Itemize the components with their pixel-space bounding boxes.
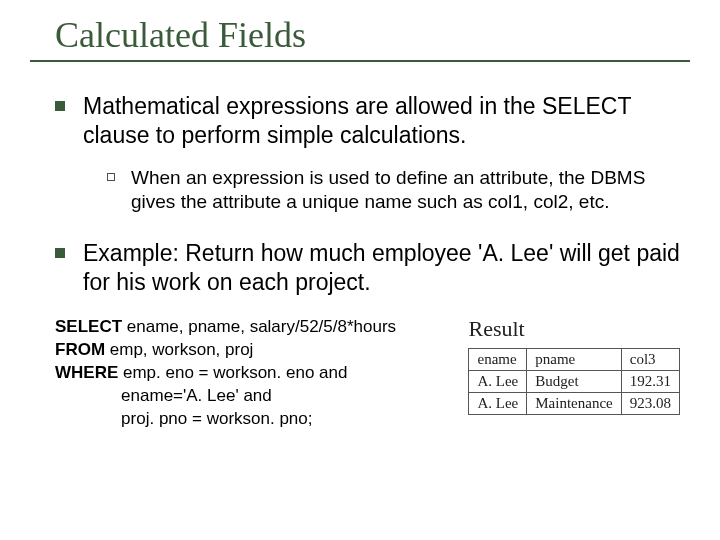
sql-keyword-where: WHERE <box>55 363 118 382</box>
sql-keyword-select: SELECT <box>55 317 122 336</box>
table-cell: Maintenance <box>527 393 621 415</box>
sql-select-args: ename, pname, salary/52/5/8*hours <box>122 317 396 336</box>
table-cell: 192.31 <box>621 371 679 393</box>
slide: Calculated Fields Mathematical expressio… <box>0 0 720 540</box>
square-outline-bullet-icon <box>107 173 115 181</box>
bullet-level2: When an expression is used to define an … <box>107 166 680 215</box>
sql-line-2: FROM emp, workson, proj <box>55 339 438 362</box>
sql-line-5: proj. pno = workson. pno; <box>55 408 438 431</box>
sql-from-args: emp, workson, proj <box>105 340 253 359</box>
sql-line-1: SELECT ename, pname, salary/52/5/8*hours <box>55 316 438 339</box>
bullet1-text: Mathematical expressions are allowed in … <box>83 92 680 150</box>
bullet1-sub-text: When an expression is used to define an … <box>131 166 680 215</box>
square-bullet-icon <box>55 101 65 111</box>
table-header: ename <box>469 349 527 371</box>
table-cell: 923.08 <box>621 393 679 415</box>
sql-line-3: WHERE emp. eno = workson. eno and <box>55 362 438 385</box>
title-underline <box>30 60 690 62</box>
table-cell: Budget <box>527 371 621 393</box>
result-table: ename pname col3 A. Lee Budget 192.31 A.… <box>468 348 680 415</box>
slide-title: Calculated Fields <box>55 14 680 58</box>
bullet2-text: Example: Return how much employee 'A. Le… <box>83 239 680 297</box>
square-bullet-icon <box>55 248 65 258</box>
table-header: col3 <box>621 349 679 371</box>
bullet-level1: Mathematical expressions are allowed in … <box>55 92 680 150</box>
result-label: Result <box>468 316 680 342</box>
bullet-level1: Example: Return how much employee 'A. Le… <box>55 239 680 297</box>
sql-line-4: ename='A. Lee' and <box>55 385 438 408</box>
example-row: SELECT ename, pname, salary/52/5/8*hours… <box>55 316 680 431</box>
table-row: A. Lee Budget 192.31 <box>469 371 680 393</box>
table-header: pname <box>527 349 621 371</box>
table-cell: A. Lee <box>469 371 527 393</box>
table-cell: A. Lee <box>469 393 527 415</box>
sql-keyword-from: FROM <box>55 340 105 359</box>
result-area: Result ename pname col3 A. Lee Budget 19… <box>468 316 680 415</box>
sql-code-block: SELECT ename, pname, salary/52/5/8*hours… <box>55 316 438 431</box>
table-row: A. Lee Maintenance 923.08 <box>469 393 680 415</box>
table-header-row: ename pname col3 <box>469 349 680 371</box>
sql-where-args: emp. eno = workson. eno and <box>118 363 347 382</box>
